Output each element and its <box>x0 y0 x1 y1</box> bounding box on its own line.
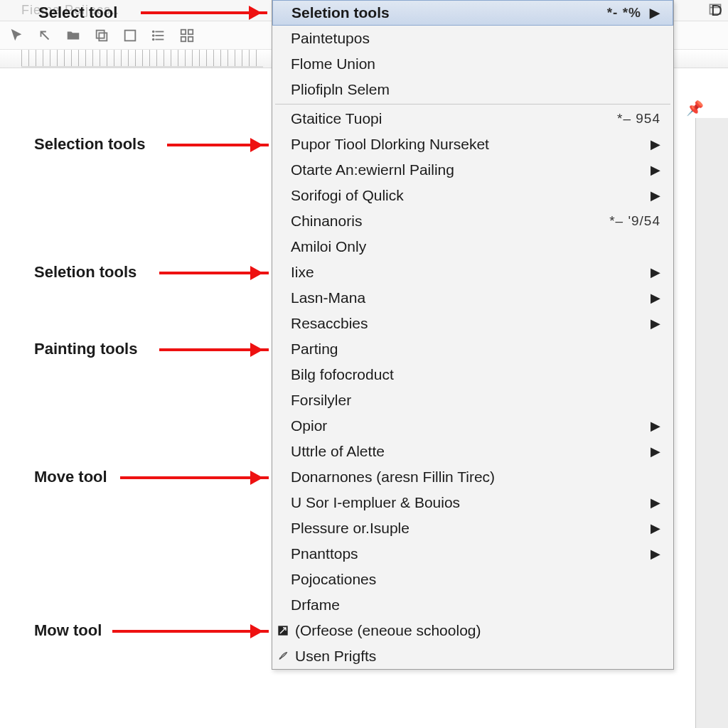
menu-item[interactable]: U Sor I-empluer & Bouios▶ <box>272 490 673 515</box>
menu-item[interactable]: Parting <box>272 336 673 362</box>
arrow-up-left-icon[interactable] <box>37 28 53 43</box>
menu-item-label: Gtaitice Tuopi <box>291 110 382 127</box>
menu-item-label: Resaccbies <box>291 315 368 332</box>
menu-shortcut: *– 954 <box>617 111 660 127</box>
menu-item[interactable]: Donarnones (aresn Fillin Tirec) <box>272 464 673 490</box>
chevron-right-icon: ▶ <box>651 316 660 331</box>
menu-item-label: Usen Prigfts <box>295 648 376 665</box>
menu-item-label: Pliofipln Selem <box>291 81 390 98</box>
side-panel: 📌 <box>695 118 728 728</box>
menu-item[interactable]: Forsilyler <box>272 387 673 413</box>
chevron-right-icon: ▶ <box>651 444 660 459</box>
annotation-arrow <box>112 630 269 633</box>
annotation-label: Move tool <box>34 468 107 486</box>
chevron-right-icon: ▶ <box>651 495 660 510</box>
annotation-label: Selection tools <box>34 135 145 154</box>
menu-item-label: (Orfeose (eneoue schoolog) <box>295 622 481 639</box>
annotation-arrow <box>120 476 269 479</box>
menu-item[interactable]: Lasn-Mana▶ <box>272 285 673 311</box>
menu-item[interactable]: (Orfeose (eneoue schoolog) <box>272 618 673 643</box>
menu-item[interactable]: Iixe▶ <box>272 259 673 285</box>
arrow-out-icon <box>277 624 289 637</box>
svg-point-8 <box>153 31 154 32</box>
menu-item-label: Plessure or.Isuple <box>291 520 410 537</box>
menu-item-label: Otarte An:ewiernl Pailing <box>291 161 454 178</box>
svg-point-9 <box>153 35 154 36</box>
menu-item-label: Pojocationes <box>291 571 376 588</box>
menu-shortcut: *– '9/54 <box>609 213 660 229</box>
menu-item[interactable]: Pliofipln Selem <box>272 77 673 102</box>
menu-item-label: Donarnones (aresn Fillin Tirec) <box>291 469 495 486</box>
menu-item-label: Flome Union <box>291 55 375 73</box>
menu-item-label: Opior <box>291 417 327 434</box>
menu-item[interactable]: Usen Prigfts <box>272 643 673 669</box>
menu-item[interactable]: Seletion tools*- *%▶ <box>272 0 673 26</box>
menu-item-label: Amiloi Only <box>291 238 366 255</box>
menu-item-label: Parting <box>291 341 338 358</box>
chevron-right-icon: ▶ <box>651 136 660 152</box>
pin-icon[interactable]: 📌 <box>686 100 704 117</box>
list-icon[interactable] <box>151 28 166 43</box>
menu-item[interactable]: Pnanttops▶ <box>272 541 673 567</box>
canvas-area: Selection toolsSeletion toolsPainting to… <box>0 68 728 728</box>
menu-item-label: Drfame <box>291 596 340 614</box>
menu-item[interactable]: Sorifogi of Qulick▶ <box>272 183 673 208</box>
svg-rect-11 <box>181 29 186 33</box>
annotation-label: Seletion tools <box>34 263 136 282</box>
menu-item[interactable]: Flome Union <box>272 51 673 77</box>
copy-icon[interactable] <box>94 28 109 43</box>
annotation-label: Painting tools <box>34 340 137 358</box>
chevron-right-icon: ▶ <box>651 546 660 562</box>
annotation-label: Mow tool <box>34 621 102 640</box>
chevron-right-icon: ▶ <box>650 5 660 21</box>
menu-item[interactable]: Paintetupos <box>272 26 673 51</box>
menu-item[interactable]: Drfame <box>272 592 673 618</box>
menu-item-label: U Sor I-empluer & Bouios <box>291 494 460 511</box>
menu-item-label: Pupor Tiool Dlorking Nurseket <box>291 136 489 153</box>
menu-item[interactable]: Uttrle of Alette▶ <box>272 439 673 464</box>
chevron-right-icon: ▶ <box>651 264 660 280</box>
menu-item[interactable]: Pupor Tiool Dlorking Nurseket▶ <box>272 132 673 157</box>
menu-item[interactable]: Opior▶ <box>272 413 673 439</box>
menu-item[interactable]: Resaccbies▶ <box>272 311 673 336</box>
annotation-arrow <box>159 272 269 274</box>
menu-item[interactable]: Pojocationes <box>272 567 673 592</box>
menu-shortcut: *- *% <box>607 5 641 21</box>
chevron-right-icon: ▶ <box>651 520 660 536</box>
menu-item-label: Bilg fofocroduct <box>291 366 394 383</box>
menu-item[interactable]: Chinanoris*– '9/54 <box>272 208 673 234</box>
tools-menu[interactable]: Seletion tools*- *%▶PaintetuposFlome Uni… <box>272 0 674 670</box>
menu-item-label: Uttrle of Alette <box>291 443 385 460</box>
menu-item[interactable]: Amiloi Only <box>272 234 673 259</box>
folder-icon[interactable] <box>65 28 81 43</box>
menu-item-label: Chinanoris <box>291 213 362 230</box>
menu-item-label: Lasn-Mana <box>291 289 365 306</box>
menu-item[interactable]: Gtaitice Tuopi*– 954 <box>272 106 673 132</box>
svg-point-10 <box>153 38 154 40</box>
menu-letter-d[interactable]: D <box>711 1 722 20</box>
chevron-right-icon: ▶ <box>651 290 660 306</box>
menu-separator <box>275 104 670 105</box>
select-tool-label: Select tool <box>38 4 117 22</box>
menu-item[interactable]: Otarte An:ewiernl Pailing▶ <box>272 157 673 183</box>
menu-item-label: Paintetupos <box>291 30 370 47</box>
menu-item[interactable]: Bilg fofocroduct <box>272 362 673 387</box>
cursor-icon[interactable] <box>9 28 24 43</box>
menu-item-label: Seletion tools <box>291 4 390 21</box>
annotation-arrow <box>167 144 269 146</box>
svg-rect-4 <box>125 30 136 41</box>
annotation-arrow <box>159 348 269 351</box>
square-icon[interactable] <box>122 28 138 43</box>
svg-rect-2 <box>97 30 105 38</box>
svg-rect-14 <box>188 36 193 41</box>
svg-rect-13 <box>181 36 186 41</box>
annotation-arrow-top <box>141 11 267 14</box>
grid-icon[interactable] <box>179 28 195 43</box>
menu-item-label: Pnanttops <box>291 545 358 562</box>
menu-item-label: Sorifogi of Qulick <box>291 187 404 204</box>
chevron-right-icon: ▶ <box>651 418 660 434</box>
menu-item[interactable]: Plessure or.Isuple▶ <box>272 515 673 541</box>
menu-item-label: Iixe <box>291 264 314 281</box>
svg-rect-12 <box>188 29 193 33</box>
menu-item-label: Forsilyler <box>291 392 351 409</box>
